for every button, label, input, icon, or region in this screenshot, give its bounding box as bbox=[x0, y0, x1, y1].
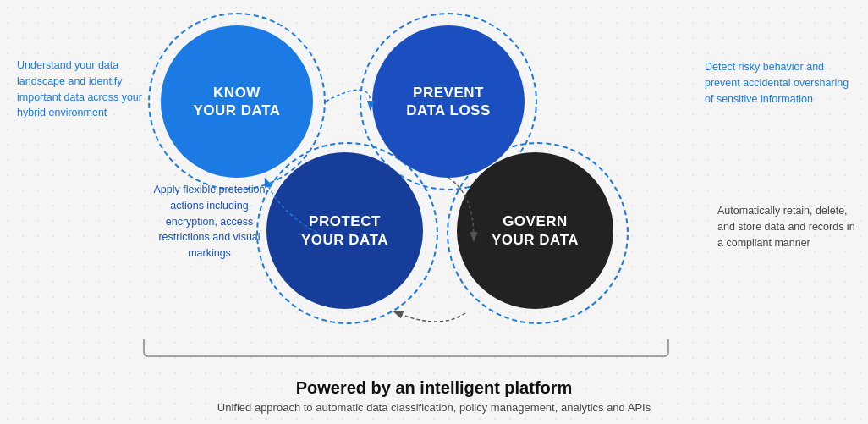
label-prevent-description: Detect risky behavior and prevent accide… bbox=[705, 59, 853, 107]
protect-line2: YOUR DATA bbox=[301, 231, 388, 249]
know-line1: KNOW bbox=[213, 84, 261, 102]
protect-circle: PROTECT YOUR DATA bbox=[266, 152, 423, 309]
know-circle: KNOW YOUR DATA bbox=[161, 25, 313, 178]
bottom-subtitle: Unified approach to automatic data class… bbox=[217, 401, 651, 414]
bottom-title: Powered by an intelligent platform bbox=[296, 378, 573, 398]
label-govern-description: Automatically retain, delete, and store … bbox=[717, 203, 861, 251]
prevent-line1: PREVENT bbox=[413, 84, 484, 102]
know-line2: YOUR DATA bbox=[193, 102, 280, 119]
govern-line1: GOVERN bbox=[503, 212, 568, 230]
bottom-section: Powered by an intelligent platform Unifi… bbox=[0, 318, 868, 424]
label-protect-description: Apply flexible protection actions includ… bbox=[144, 182, 275, 262]
protect-line1: PROTECT bbox=[309, 212, 381, 230]
page-container: Understand your data landscape and ident… bbox=[0, 0, 868, 424]
prevent-circle: PREVENT DATA LOSS bbox=[372, 25, 525, 178]
govern-line2: YOUR DATA bbox=[492, 231, 579, 249]
prevent-line2: DATA LOSS bbox=[406, 102, 491, 119]
govern-circle: GOVERN YOUR DATA bbox=[457, 152, 613, 309]
